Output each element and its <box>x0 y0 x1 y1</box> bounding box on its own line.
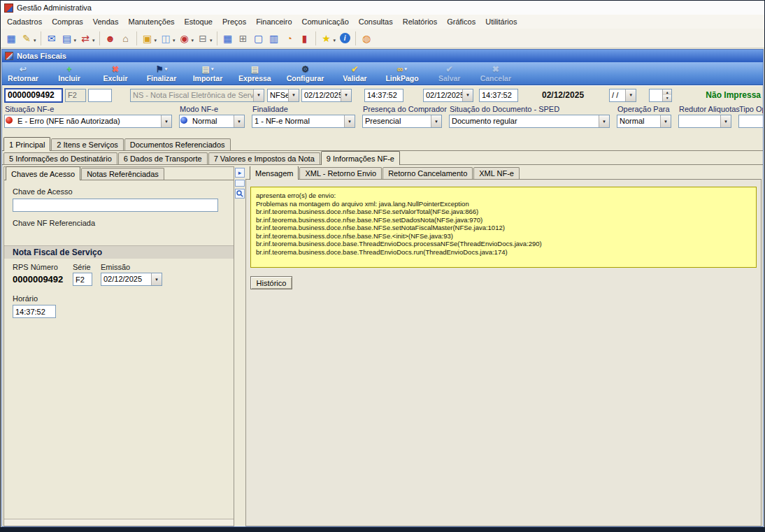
search-icon[interactable] <box>235 189 245 199</box>
mail-icon[interactable]: ✉ <box>44 31 59 46</box>
tab-dados-transporte[interactable]: 6 Dados de Transporte <box>118 152 208 164</box>
tab-valores-impostos[interactable]: 7 Valores e Impostos da Nota <box>208 152 320 164</box>
tab-informacoes-destinatario[interactable]: 5 Informações do Destinatário <box>3 152 117 164</box>
operacao-para-combo[interactable]: Normal▼ <box>617 115 671 128</box>
horizontal-scrollbar[interactable] <box>4 519 234 526</box>
tab-documentos-referenciados[interactable]: Documentos Referenciados <box>124 138 231 150</box>
spin-up-icon[interactable]: ▲ <box>663 89 671 96</box>
cart-icon[interactable]: ▣ <box>140 31 155 46</box>
book-icon[interactable]: ▮ <box>297 31 313 46</box>
spin-down-icon[interactable]: ▼ <box>663 95 671 101</box>
menu-cadastros[interactable]: Cadastros <box>2 16 47 27</box>
configurar-button[interactable]: ⚙ Configurar <box>287 63 324 84</box>
dropdown-arrow-icon[interactable]: ▾ <box>173 38 176 43</box>
tab-chaves-de-acesso[interactable]: Chaves de Acesso <box>6 166 80 180</box>
menu-estoque[interactable]: Estoque <box>180 16 217 27</box>
tab-informacoes-nfe[interactable]: 9 Informações NF-e <box>321 151 400 165</box>
tab-xml-retorno-envio[interactable]: XML - Retorno Envio <box>299 167 382 179</box>
package-icon[interactable]: ◫ <box>158 31 173 46</box>
cancelar-button[interactable]: ✖ Cancelar <box>480 63 511 84</box>
menu-graficos[interactable]: Gráficos <box>442 16 480 27</box>
dropdown-arrow-icon[interactable]: ▾ <box>74 38 77 43</box>
presenca-comprador-combo[interactable]: Presencial▼ <box>362 115 442 128</box>
dropdown-arrow-icon[interactable]: ▾ <box>34 38 36 43</box>
table-icon[interactable]: ▦ <box>220 31 236 46</box>
transfer-icon[interactable]: ⇄ <box>78 31 93 46</box>
validar-button[interactable]: ✔ Validar <box>339 63 370 84</box>
menu-consultas[interactable]: Consultas <box>354 16 398 27</box>
dropdown-arrow-icon[interactable]: ▼ <box>341 89 351 101</box>
historico-button[interactable]: Histórico <box>250 276 292 289</box>
dropdown-arrow-icon[interactable]: ▼ <box>288 89 299 101</box>
modelo-combo[interactable]: NFSe▼ <box>267 89 299 102</box>
menu-relatorios[interactable]: Relatórios <box>398 16 443 27</box>
dropdown-arrow-icon[interactable]: ▼ <box>253 89 264 101</box>
menu-precos[interactable]: Preços <box>217 16 251 27</box>
dropdown-arrow-icon[interactable]: ▾ <box>334 38 336 43</box>
tab-xml-nfe[interactable]: XML NF-e <box>473 167 520 179</box>
situacao-nfe-combo[interactable]: E - Erro (NFE não Autorizada)▼ <box>4 115 172 128</box>
notes-edit-icon[interactable]: ✎ <box>19 31 34 46</box>
seal-icon[interactable]: ◉ <box>177 31 192 46</box>
retornar-button[interactable]: ↩ Retornar <box>8 63 38 84</box>
collapse-panel-icon[interactable]: ▸ <box>235 168 245 178</box>
tab-mensagem[interactable]: Mensagem <box>250 166 299 180</box>
hora-emissao-field[interactable] <box>364 89 403 102</box>
calculator-icon[interactable]: ⊞ <box>236 31 251 46</box>
printer-icon[interactable]: ⊟ <box>195 31 210 46</box>
menu-comunicacao[interactable]: Comunicação <box>297 16 354 27</box>
data-emissao-combo[interactable]: 02/12/2025▼ <box>301 89 352 102</box>
serie-field[interactable] <box>65 89 86 102</box>
redutor-aliquotas-combo[interactable]: ▼ <box>678 115 731 128</box>
data-vazia-combo[interactable]: / /▼ <box>609 89 636 102</box>
menu-utilitarios[interactable]: Utilitários <box>480 16 522 27</box>
document-icon[interactable]: ▤ <box>59 31 75 46</box>
dropdown-arrow-icon[interactable]: ▼ <box>344 115 355 127</box>
dropdown-arrow-icon[interactable]: ▼ <box>720 115 731 127</box>
tab-notas-referenciadas[interactable]: Notas Referênciadas <box>81 168 164 180</box>
power-icon[interactable]: ◍ <box>359 31 374 46</box>
rps-emissao-combo[interactable]: 02/12/2025▼ <box>101 273 162 286</box>
subserie-field[interactable] <box>88 89 112 102</box>
hora-saida-field[interactable] <box>479 89 518 102</box>
dropdown-arrow-icon[interactable]: ▾ <box>211 65 214 73</box>
data-saida-combo[interactable]: 02/12/2025▼ <box>423 89 473 102</box>
excluir-button[interactable]: ✖ Excluir <box>100 63 131 84</box>
window-grid-icon[interactable]: ▦ <box>3 31 19 46</box>
clock-icon[interactable]: ◔ <box>282 31 297 46</box>
bank-icon[interactable]: ⌂ <box>118 31 134 46</box>
incluir-button[interactable]: + Incluir <box>54 63 85 84</box>
dropdown-arrow-icon[interactable]: ▼ <box>161 115 171 127</box>
tab-itens-servicos[interactable]: 2 Itens e Serviços <box>51 138 123 150</box>
info-icon[interactable]: i <box>337 31 352 46</box>
dropdown-arrow-icon[interactable]: ▾ <box>405 65 408 73</box>
menu-vendas[interactable]: Vendas <box>88 16 124 27</box>
dropdown-arrow-icon[interactable]: ▼ <box>151 273 162 285</box>
rps-serie-field[interactable] <box>73 273 92 286</box>
importar-button[interactable]: ▤▾ Importar <box>192 63 223 84</box>
horario-field[interactable] <box>13 305 56 318</box>
menu-financeiro[interactable]: Financeiro <box>251 16 296 27</box>
quantity-stepper[interactable]: ▲▼ <box>649 89 672 102</box>
linkpago-button[interactable]: ∞▾ LinkPago <box>385 63 418 84</box>
splitter-handle[interactable] <box>235 180 245 187</box>
dropdown-arrow-icon[interactable]: ▼ <box>431 115 441 127</box>
dropdown-arrow-icon[interactable]: ▾ <box>165 65 168 73</box>
menu-manutencoes[interactable]: Manutenções <box>123 16 179 27</box>
chave-acesso-field[interactable] <box>13 199 218 212</box>
dropdown-arrow-icon[interactable]: ▾ <box>155 38 157 43</box>
numero-nota-field[interactable] <box>4 88 63 103</box>
dropdown-arrow-icon[interactable]: ▼ <box>625 89 636 101</box>
tab-principal[interactable]: 1 Principal <box>3 137 50 151</box>
dropdown-arrow-icon[interactable]: ▾ <box>192 38 194 43</box>
modo-nfe-combo[interactable]: Normal▼ <box>179 115 245 128</box>
tipo-documento-combo[interactable]: NS - Nota Fiscal Eletrônica de Serviç▼ <box>130 89 264 102</box>
dropdown-arrow-icon[interactable]: ▾ <box>92 38 95 43</box>
dropdown-arrow-icon[interactable]: ▼ <box>599 115 609 127</box>
tab-retorno-cancelamento[interactable]: Retorno Cancelamento <box>382 167 473 179</box>
tipo-operacao-combo[interactable]: ▼ <box>738 115 763 128</box>
salvar-button[interactable]: ✔ Salvar <box>434 63 465 84</box>
situacao-sped-combo[interactable]: Documento regular▼ <box>449 115 610 128</box>
expressa-button[interactable]: ▤ Expressa <box>238 63 271 84</box>
star-icon[interactable]: ★ <box>319 31 334 46</box>
